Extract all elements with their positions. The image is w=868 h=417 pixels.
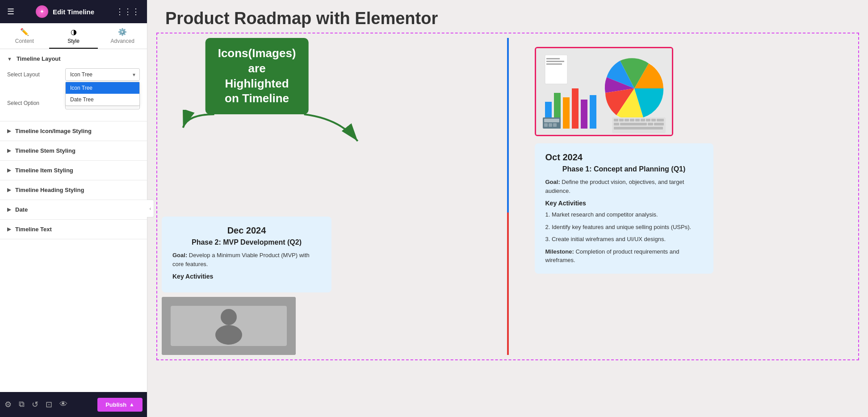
phase1-image xyxy=(535,47,673,136)
publish-button[interactable]: Publish ▲ xyxy=(97,398,143,412)
svg-rect-35 xyxy=(648,123,653,125)
panel-tabs: ✏️ Content ◑ Style ⚙️ Advanced xyxy=(0,23,147,49)
timeline-stem xyxy=(507,38,509,355)
callout-box: Icons(Images) are Highlighted on Timelin… xyxy=(205,38,309,114)
phase1-image-wrap xyxy=(535,47,854,136)
activity-1: 1. Market research and competitor analys… xyxy=(545,210,703,219)
timeline-layout-section: ▼ Timeline Layout Select Layout Icon Tre… xyxy=(0,49,147,121)
svg-point-5 xyxy=(215,325,242,345)
svg-rect-36 xyxy=(654,123,664,125)
phase2-activities-title: Key Activities xyxy=(172,273,321,280)
arrow-right-svg xyxy=(295,110,362,150)
main-content: Product Roadmap with Elementor Icons(Ima… xyxy=(147,0,868,417)
responsive-icon[interactable]: ⊡ xyxy=(46,400,52,409)
svg-rect-31 xyxy=(651,119,656,121)
stem-styling-header[interactable]: ▶ Timeline Stem Styling xyxy=(0,141,147,161)
phase2-phase: Phase 2: MVP Development (Q2) xyxy=(172,238,321,246)
grid-icon[interactable]: ⋮⋮⋮ xyxy=(116,7,140,17)
dropdown-item-date-tree[interactable]: Date Tree xyxy=(66,94,139,105)
select-layout-wrap: Icon Tree Date Tree ▼ Icon Tree Date Tre… xyxy=(65,68,140,81)
publish-chevron-icon: ▲ xyxy=(129,401,134,408)
page-title-bar: Product Roadmap with Elementor xyxy=(147,0,868,33)
svg-rect-28 xyxy=(635,119,640,121)
svg-rect-13 xyxy=(590,95,596,129)
timeline-layout-arrow: ▼ xyxy=(7,56,12,62)
layout-dropdown: Icon Tree Date Tree xyxy=(65,82,140,106)
panel-title: Edit Timeline xyxy=(53,8,94,16)
date-arrow: ▶ xyxy=(7,207,11,213)
layers-icon[interactable]: ⧉ xyxy=(19,400,25,409)
select-layout-row: Select Layout Icon Tree Date Tree ▼ Icon… xyxy=(7,68,140,81)
stem-red xyxy=(507,213,509,355)
panel-logo: ✦ xyxy=(36,5,48,18)
svg-rect-15 xyxy=(544,119,559,122)
phase1-milestone: Milestone: Completion of product require… xyxy=(545,247,703,265)
item-arrow: ▶ xyxy=(7,167,11,173)
activity-3: 3. Create initial wireframes and UI/UX d… xyxy=(545,235,703,244)
phase1-card: Oct 2024 Phase 1: Concept and Planning (… xyxy=(535,143,713,274)
svg-rect-34 xyxy=(620,123,647,125)
svg-rect-25 xyxy=(619,119,624,121)
svg-rect-17 xyxy=(549,123,552,127)
page-title: Product Roadmap with Elementor xyxy=(165,9,850,28)
timeline-text-header[interactable]: ▶ Timeline Text xyxy=(0,220,147,239)
svg-rect-12 xyxy=(581,100,587,129)
content-tab-icon: ✏️ xyxy=(20,28,29,36)
item-styling-header[interactable]: ▶ Timeline Item Styling xyxy=(0,161,147,180)
icon-image-styling-header[interactable]: ▶ Timeline Icon/Image Styling xyxy=(0,121,147,141)
panel-header: ☰ ✦ Edit Timeline ⋮⋮⋮ xyxy=(0,0,147,23)
history-icon[interactable]: ↺ xyxy=(32,400,38,409)
svg-rect-18 xyxy=(553,123,557,127)
svg-rect-30 xyxy=(646,119,650,121)
phase2-image-svg xyxy=(162,297,296,355)
svg-rect-27 xyxy=(630,119,634,121)
tab-content[interactable]: ✏️ Content xyxy=(0,23,49,49)
heading-styling-header[interactable]: ▶ Timeline Heading Styling xyxy=(0,180,147,200)
phase2-goal: Goal: Develop a Minimum Viable Product (… xyxy=(172,251,321,268)
phase1-date: Oct 2024 xyxy=(545,152,703,163)
phase2-date: Dec 2024 xyxy=(172,225,321,236)
select-layout-control[interactable]: Icon Tree Date Tree xyxy=(65,68,140,81)
svg-rect-29 xyxy=(641,119,645,121)
dropdown-item-icon-tree[interactable]: Icon Tree xyxy=(66,82,139,94)
heading-arrow: ▶ xyxy=(7,187,11,193)
advanced-tab-icon: ⚙️ xyxy=(118,28,127,36)
stem-blue xyxy=(507,38,509,213)
arrow-left-svg xyxy=(179,110,223,137)
svg-rect-22 xyxy=(546,63,562,65)
svg-rect-37 xyxy=(614,127,663,129)
style-tab-icon: ◑ xyxy=(71,28,77,36)
svg-rect-24 xyxy=(614,119,618,121)
panel-bottom: ⚙ ⧉ ↺ ⊡ 👁 Publish ▲ xyxy=(0,392,147,417)
phase1-goal: Goal: Define the product vision, objecti… xyxy=(545,178,703,195)
date-header[interactable]: ▶ Date xyxy=(0,200,147,220)
svg-rect-32 xyxy=(657,119,664,121)
phase2-card: Dec 2024 Phase 2: MVP Development (Q2) G… xyxy=(162,217,331,292)
svg-rect-20 xyxy=(546,58,560,59)
timeline-layout-header[interactable]: ▼ Timeline Layout xyxy=(7,55,140,62)
bottom-icons: ⚙ ⧉ ↺ ⊡ 👁 xyxy=(4,400,67,409)
eye-icon[interactable]: 👁 xyxy=(59,400,67,409)
svg-rect-16 xyxy=(544,123,548,127)
svg-rect-21 xyxy=(546,61,564,62)
hamburger-icon[interactable]: ☰ xyxy=(7,7,14,17)
activity-2: 2. Identify key features and unique sell… xyxy=(545,223,703,232)
stem-arrow: ▶ xyxy=(7,148,11,154)
phase1-phase: Phase 1: Concept and Planning (Q1) xyxy=(545,165,703,173)
svg-point-4 xyxy=(221,309,237,325)
svg-rect-33 xyxy=(614,123,619,125)
svg-rect-10 xyxy=(563,97,570,129)
panel-content: ▼ Timeline Layout Select Layout Icon Tre… xyxy=(0,49,147,392)
tab-style[interactable]: ◑ Style xyxy=(49,23,98,49)
svg-rect-11 xyxy=(572,88,579,129)
phase1-activities-title: Key Activities xyxy=(545,200,703,207)
settings-icon[interactable]: ⚙ xyxy=(4,400,12,409)
panel-collapse-handle[interactable]: ‹ xyxy=(147,200,154,217)
tab-advanced[interactable]: ⚙️ Advanced xyxy=(98,23,147,49)
phase2-image xyxy=(162,297,296,355)
icon-image-arrow: ▶ xyxy=(7,128,11,134)
text-arrow: ▶ xyxy=(7,226,11,232)
selection-border: Icons(Images) are Highlighted on Timelin… xyxy=(156,33,859,360)
left-panel: ☰ ✦ Edit Timeline ⋮⋮⋮ ✏️ Content ◑ Style… xyxy=(0,0,147,417)
timeline-right: Oct 2024 Phase 1: Concept and Planning (… xyxy=(508,47,854,355)
